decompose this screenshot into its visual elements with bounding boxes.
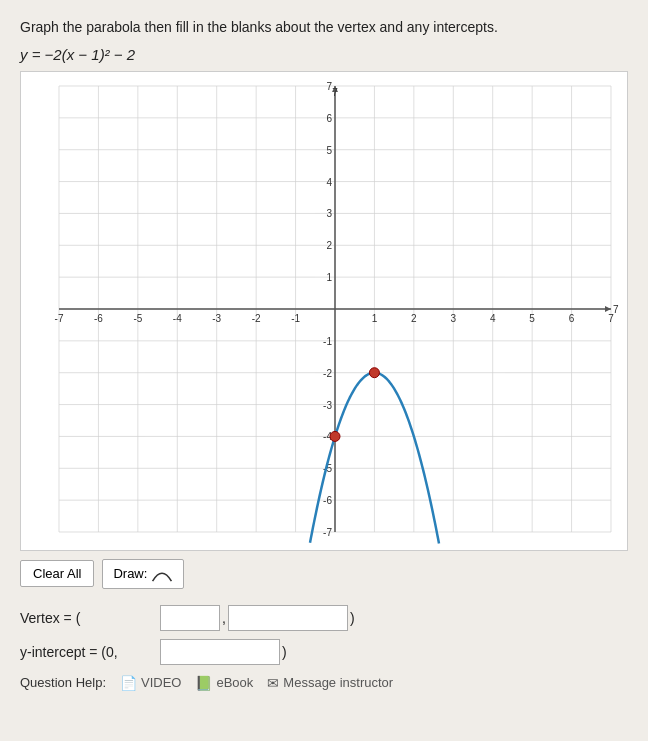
question-help-label: Question Help:	[20, 675, 106, 690]
ebook-icon: 📗	[195, 675, 212, 691]
message-link[interactable]: ✉ Message instructor	[267, 675, 393, 691]
graph-area[interactable]	[20, 71, 628, 551]
video-icon: 📄	[120, 675, 137, 691]
ebook-link[interactable]: 📗 eBook	[195, 675, 253, 691]
yintercept-close-paren: )	[282, 644, 287, 660]
message-label: Message instructor	[283, 675, 393, 690]
vertex-x-input[interactable]	[160, 605, 220, 631]
fields-section: Vertex = ( , ) y-intercept = (0, )	[20, 605, 628, 665]
draw-label: Draw:	[113, 566, 147, 581]
clear-all-button[interactable]: Clear All	[20, 560, 94, 587]
draw-button[interactable]: Draw:	[102, 559, 184, 589]
yintercept-input[interactable]	[160, 639, 280, 665]
equation-text: y = −2(x − 1)² − 2	[20, 46, 628, 63]
controls-bar: Clear All Draw:	[20, 559, 628, 589]
ebook-label: eBook	[216, 675, 253, 690]
question-help-bar: Question Help: 📄 VIDEO 📗 eBook ✉ Message…	[20, 675, 628, 691]
video-label: VIDEO	[141, 675, 181, 690]
comma-separator: ,	[222, 610, 226, 626]
vertex-row: Vertex = ( , )	[20, 605, 628, 631]
message-icon: ✉	[267, 675, 279, 691]
yintercept-label: y-intercept = (0,	[20, 644, 160, 660]
vertex-label: Vertex = (	[20, 610, 160, 626]
vertex-y-input[interactable]	[228, 605, 348, 631]
instruction-text: Graph the parabola then fill in the blan…	[20, 18, 628, 38]
yintercept-row: y-intercept = (0, )	[20, 639, 628, 665]
video-link[interactable]: 📄 VIDEO	[120, 675, 181, 691]
vertex-close-paren: )	[350, 610, 355, 626]
parabola-icon	[151, 565, 173, 583]
